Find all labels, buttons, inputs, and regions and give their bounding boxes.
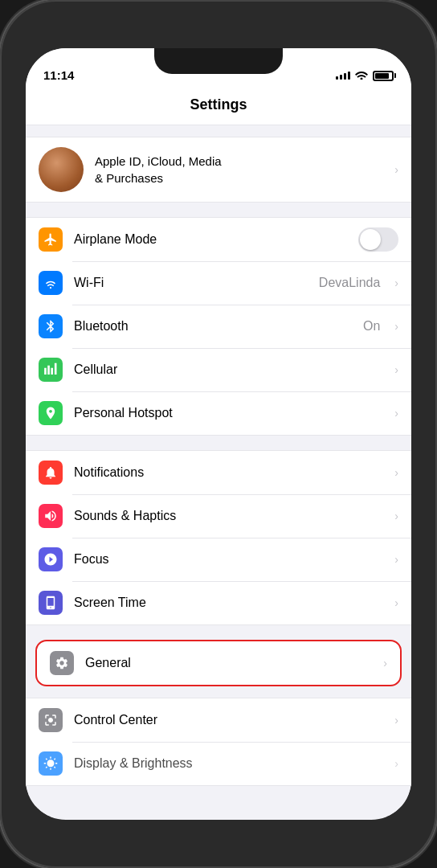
notifications-row[interactable]: Notifications › bbox=[26, 451, 411, 494]
cellular-chevron-icon: › bbox=[394, 363, 398, 376]
wifi-icon bbox=[39, 271, 63, 295]
personal-hotspot-chevron-icon: › bbox=[394, 407, 398, 420]
status-icons bbox=[336, 69, 394, 82]
status-time: 11:14 bbox=[43, 68, 74, 82]
general-icon bbox=[50, 651, 74, 675]
personal-hotspot-row[interactable]: Personal Hotspot › bbox=[26, 391, 411, 435]
signal-bars-icon bbox=[336, 72, 350, 80]
airplane-mode-row[interactable]: Airplane Mode bbox=[26, 218, 411, 261]
general-row-container: General › bbox=[35, 640, 402, 686]
phone-screen: 11:14 bbox=[26, 48, 411, 820]
screen-time-row[interactable]: Screen Time › bbox=[26, 581, 411, 624]
bluetooth-label: Bluetooth bbox=[74, 319, 352, 334]
notifications-icon bbox=[39, 461, 63, 485]
wifi-chevron-icon: › bbox=[394, 276, 398, 289]
control-center-chevron-icon: › bbox=[394, 714, 398, 727]
sounds-haptics-icon bbox=[39, 504, 63, 528]
screen-time-label: Screen Time bbox=[74, 596, 383, 610]
general-label: General bbox=[85, 656, 372, 670]
focus-chevron-icon: › bbox=[394, 553, 398, 566]
notifications-settings-group: Notifications › Sounds & Haptics › bbox=[26, 450, 411, 625]
page-header: Settings bbox=[26, 88, 411, 125]
airplane-mode-label: Airplane Mode bbox=[74, 232, 347, 247]
cellular-row[interactable]: Cellular › bbox=[26, 348, 411, 391]
bluetooth-icon bbox=[39, 314, 63, 338]
wifi-status-icon bbox=[355, 69, 368, 82]
cellular-icon bbox=[39, 358, 63, 382]
display-brightness-chevron-icon: › bbox=[394, 757, 398, 770]
apple-id-chevron-icon: › bbox=[394, 163, 398, 176]
general-chevron-icon: › bbox=[383, 657, 387, 669]
display-brightness-icon bbox=[39, 751, 63, 776]
bluetooth-row[interactable]: Bluetooth On › bbox=[26, 305, 411, 348]
wifi-row[interactable]: Wi-Fi DevaLinda › bbox=[26, 261, 411, 305]
scroll-content: Apple ID, iCloud, Media& Purchases › Air… bbox=[26, 125, 411, 816]
focus-icon bbox=[39, 547, 63, 571]
general-highlight-wrap: General › bbox=[35, 640, 402, 686]
phone-frame: 11:14 bbox=[0, 0, 437, 868]
general-row[interactable]: General › bbox=[37, 641, 400, 685]
sounds-haptics-row[interactable]: Sounds & Haptics › bbox=[26, 494, 411, 538]
page-title: Settings bbox=[190, 96, 247, 113]
screen-time-icon bbox=[39, 591, 63, 615]
display-brightness-label: Display & Brightness bbox=[74, 756, 383, 771]
display-brightness-row[interactable]: Display & Brightness › bbox=[26, 742, 411, 785]
focus-row[interactable]: Focus › bbox=[26, 538, 411, 581]
control-center-row[interactable]: Control Center › bbox=[26, 698, 411, 742]
network-settings-group: Airplane Mode Wi-Fi DevaLinda › bbox=[26, 217, 411, 436]
bluetooth-chevron-icon: › bbox=[394, 320, 398, 333]
bottom-settings-group: Control Center › Display & Brightness › bbox=[26, 698, 411, 786]
control-center-icon bbox=[39, 708, 63, 732]
focus-label: Focus bbox=[74, 552, 383, 567]
airplane-mode-toggle[interactable] bbox=[358, 227, 398, 252]
apple-id-section: Apple ID, iCloud, Media& Purchases › bbox=[26, 137, 411, 203]
apple-id-label: Apple ID, iCloud, Media& Purchases bbox=[95, 153, 383, 186]
avatar bbox=[39, 147, 84, 192]
sounds-haptics-chevron-icon: › bbox=[394, 510, 398, 522]
control-center-label: Control Center bbox=[74, 713, 383, 727]
screen-time-chevron-icon: › bbox=[394, 596, 398, 609]
notifications-chevron-icon: › bbox=[394, 466, 398, 479]
apple-id-row[interactable]: Apple ID, iCloud, Media& Purchases › bbox=[26, 137, 411, 202]
battery-icon bbox=[373, 71, 394, 81]
cellular-label: Cellular bbox=[74, 362, 383, 377]
bluetooth-value: On bbox=[363, 319, 380, 334]
sounds-haptics-label: Sounds & Haptics bbox=[74, 509, 383, 523]
notch bbox=[154, 48, 283, 74]
notifications-label: Notifications bbox=[74, 465, 383, 480]
wifi-label: Wi-Fi bbox=[74, 276, 308, 290]
personal-hotspot-icon bbox=[39, 401, 63, 425]
personal-hotspot-label: Personal Hotspot bbox=[74, 406, 383, 420]
wifi-value: DevaLinda bbox=[319, 276, 381, 290]
airplane-mode-icon bbox=[39, 227, 63, 252]
